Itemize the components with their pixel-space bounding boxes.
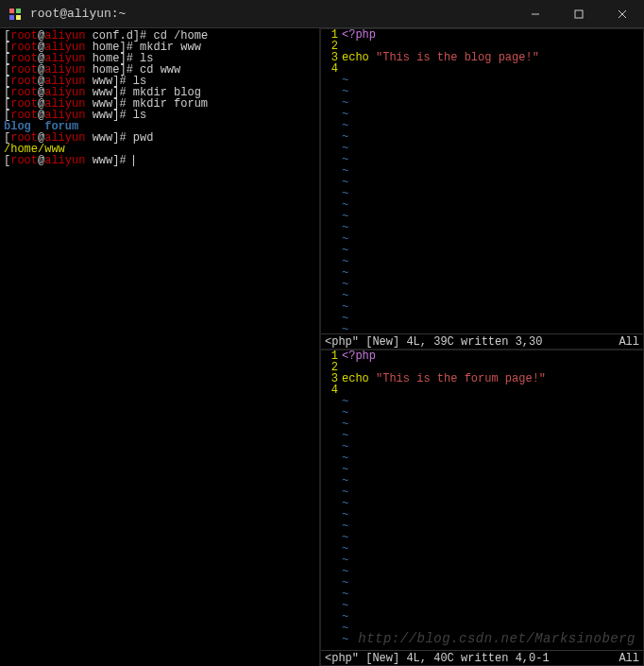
status-bar-bottom: <php" [New] 4L, 40C written 4,0-1 All [321,650,643,665]
svg-rect-3 [16,15,21,20]
app-icon [8,7,23,22]
editor-column: 1234 <?php echo "This is the blog page!"… [319,28,644,666]
status-left-bottom: <php" [New] 4L, 40C written 4,0-1 [325,652,619,665]
terminal-pane[interactable]: [root@aliyun conf.d]# cd /home[root@aliy… [0,28,319,666]
line-numbers-bottom: 1234 [321,350,342,650]
status-right-bottom: All [619,652,639,665]
svg-rect-2 [9,15,14,20]
minimize-button[interactable] [514,0,557,28]
window-title: root@aliyun:~ [30,7,514,21]
editor-pane-bottom[interactable]: 1234 <?php echo "This is the forum page!… [320,350,644,666]
window-controls [514,0,644,28]
close-button[interactable] [601,0,644,28]
line-numbers-top: 1234 [321,29,342,333]
status-bar-top: <php" [New] 4L, 39C written 3,30 All [321,333,643,349]
svg-rect-5 [575,10,583,18]
svg-rect-0 [9,9,14,13]
main-area: [root@aliyun conf.d]# cd /home[root@aliy… [0,28,644,666]
status-left-top: <php" [New] 4L, 39C written 3,30 [325,335,619,349]
editor-pane-top[interactable]: 1234 <?php echo "This is the blog page!"… [320,28,644,350]
code-area-bottom[interactable]: <?php echo "This is the forum page!"; ~~… [342,350,643,650]
code-area-top[interactable]: <?php echo "This is the blog page!"; ~~~… [342,29,643,333]
titlebar: root@aliyun:~ [0,0,644,28]
status-right-top: All [619,335,639,349]
maximize-button[interactable] [557,0,601,28]
svg-rect-1 [16,9,21,13]
